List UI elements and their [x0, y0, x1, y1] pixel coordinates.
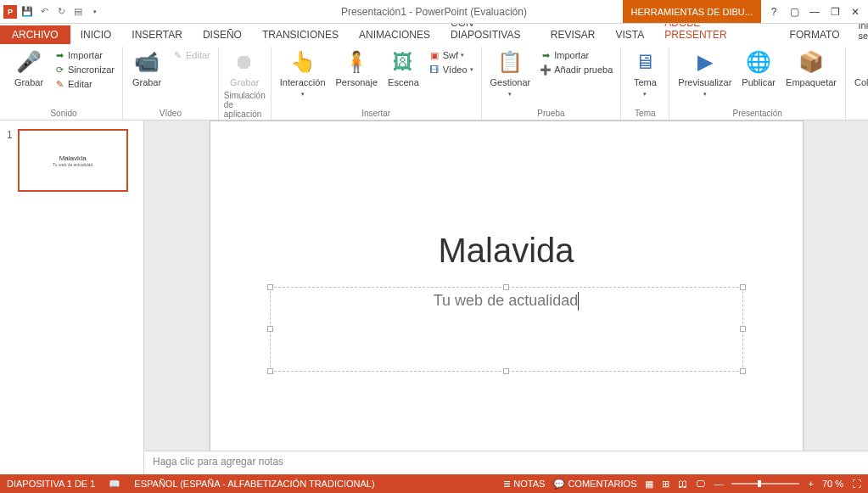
spellcheck-icon[interactable]: 📖: [109, 479, 120, 490]
slideshow-view-icon[interactable]: 🖵: [696, 479, 705, 489]
qat-customize-icon[interactable]: ▾: [88, 5, 102, 19]
language-indicator[interactable]: ESPAÑOL (ESPAÑA - ALFABETIZACIÓN TRADICI…: [134, 479, 374, 489]
scene-button[interactable]: 🖼 Escena: [384, 47, 423, 89]
slide-canvas-area: Malavida Tu web de actualidad Haga clic …: [144, 120, 868, 474]
collaboration-button[interactable]: 👥 Colaboración▾: [851, 47, 868, 99]
tab-animaciones[interactable]: ANIMACIONES: [349, 25, 440, 44]
slide[interactable]: Malavida Tu web de actualidad: [210, 120, 804, 451]
scene-icon: 🖼: [389, 48, 417, 76]
resize-handle-mr[interactable]: [740, 326, 746, 332]
zoom-slider-thumb[interactable]: [758, 480, 761, 487]
camera-icon: 📹: [133, 48, 160, 76]
group-sonido: 🎤 Grabar ➡Importar ⟳Sincronizar ✎Editar …: [5, 47, 123, 120]
save-icon[interactable]: 💾: [20, 5, 34, 19]
tab-formato[interactable]: FORMATO: [780, 25, 850, 44]
pencil-icon: ✎: [53, 78, 65, 90]
tab-vista[interactable]: VISTA: [605, 25, 654, 44]
tab-inicio[interactable]: INICIO: [70, 25, 122, 44]
resize-handle-tl[interactable]: [267, 284, 273, 290]
reading-view-icon[interactable]: 🕮: [678, 479, 687, 489]
slide-thumbnail-1[interactable]: 1 Malavida Tu web de actualidad: [7, 129, 137, 192]
resize-handle-tr[interactable]: [740, 284, 746, 290]
ribbon-display-icon[interactable]: ▢: [788, 6, 800, 18]
redo-icon[interactable]: ↻: [54, 5, 68, 19]
powerpoint-app-icon[interactable]: P: [3, 5, 17, 19]
insert-video-button[interactable]: 🎞Vídeo ▾: [426, 63, 476, 76]
person-icon: 🧍: [343, 48, 370, 76]
main-area: 1 Malavida Tu web de actualidad Malavida…: [0, 120, 868, 474]
record-sim-button[interactable]: ⏺ Grabar: [226, 47, 263, 89]
record-video-button[interactable]: 📹 Grabar: [128, 47, 165, 89]
tab-diseno[interactable]: DISEÑO: [193, 25, 252, 44]
edit-audio-button[interactable]: ✎Editar: [51, 77, 117, 91]
import-quiz-button[interactable]: ➡Importar: [537, 48, 615, 62]
slide-thumbnails-panel[interactable]: 1 Malavida Tu web de actualidad: [0, 120, 144, 474]
record-audio-button[interactable]: 🎤 Grabar: [10, 47, 48, 89]
subtitle-text[interactable]: Tu web de actualidad: [271, 288, 742, 311]
sync-audio-button[interactable]: ⟳Sincronizar: [51, 63, 117, 76]
theme-button[interactable]: 🖥 Tema▾: [626, 47, 664, 99]
publish-button[interactable]: 🌐 Publicar: [738, 47, 779, 89]
sorter-view-icon[interactable]: ⊞: [662, 479, 669, 490]
comments-toggle[interactable]: 💬 COMENTARIOS: [553, 479, 636, 490]
start-from-beginning-icon[interactable]: ▤: [71, 5, 85, 19]
close-icon[interactable]: ✕: [849, 6, 861, 18]
notes-toggle[interactable]: ≣ NOTAS: [503, 479, 545, 490]
edit-video-button: ✎Editar: [169, 48, 213, 62]
ribbon-tabs: ARCHIVO INICIO INSERTAR DISEÑO TRANSICIO…: [0, 24, 868, 44]
group-prueba: 📋 Gestionar▾ ➡Importar ➕Añadir prueba Pr…: [482, 47, 622, 120]
add-quiz-button[interactable]: ➕Añadir prueba: [537, 63, 615, 76]
quick-access-toolbar: P 💾 ↶ ↻ ▤ ▾: [0, 5, 105, 19]
group-tema: 🖥 Tema▾ Tema: [621, 47, 669, 120]
zoom-level[interactable]: 70 %: [822, 479, 843, 489]
insert-swf-button[interactable]: ▣Swf ▾: [426, 48, 476, 62]
subtitle-placeholder[interactable]: Tu web de actualidad: [270, 287, 743, 372]
status-bar: DIAPOSITIVA 1 DE 1 📖 ESPAÑOL (ESPAÑA - A…: [0, 474, 868, 493]
import-audio-button[interactable]: ➡Importar: [51, 48, 117, 62]
character-button[interactable]: 🧍 Personaje: [333, 47, 382, 89]
group-simulacion: ⏺ Grabar Simulación de aplicación: [219, 47, 272, 120]
resize-handle-br[interactable]: [740, 368, 746, 374]
group-datos: 👥 Colaboración▾ 🧰 Herramientas▾ Datos an…: [846, 47, 868, 120]
tab-archivo[interactable]: ARCHIVO: [0, 25, 70, 44]
interaction-button[interactable]: 👆 Interacción▾: [277, 47, 329, 99]
import-arrow-icon: ➡: [540, 49, 552, 61]
minimize-icon[interactable]: —: [809, 6, 820, 18]
slide-title-text[interactable]: Malavida: [210, 232, 803, 270]
plus-icon: ➕: [540, 64, 552, 76]
drawing-tools-context-label: HERRAMIENTAS DE DIBU...: [623, 0, 761, 23]
resize-handle-bc[interactable]: [503, 368, 509, 374]
fit-to-window-icon[interactable]: ⛶: [852, 479, 861, 489]
text-caret: [578, 292, 579, 311]
zoom-slider[interactable]: [731, 483, 799, 485]
film-icon: 🎞: [428, 64, 440, 76]
restore-icon[interactable]: ❐: [829, 6, 841, 18]
group-video: 📹 Grabar ✎Editar Vídeo: [123, 47, 219, 120]
slide-scroll[interactable]: Malavida Tu web de actualidad: [144, 120, 868, 451]
pencil-icon: ✎: [171, 49, 183, 61]
zoom-in-icon[interactable]: +: [808, 479, 813, 489]
tab-revisar[interactable]: REVISAR: [540, 25, 606, 44]
title-bar: P 💾 ↶ ↻ ▤ ▾ Presentación1 - PowerPoint (…: [0, 0, 868, 24]
preview-button[interactable]: ▶ Previsualizar▾: [675, 47, 735, 99]
resize-handle-tc[interactable]: [503, 284, 509, 290]
group-presentacion: ▶ Previsualizar▾ 🌐 Publicar 📦 Empaquetar…: [669, 47, 846, 120]
slide-indicator[interactable]: DIAPOSITIVA 1 DE 1: [7, 479, 95, 489]
manage-quiz-button[interactable]: 📋 Gestionar▾: [487, 47, 535, 99]
play-icon: ▶: [692, 48, 719, 76]
thumbnail-preview[interactable]: Malavida Tu web de actualidad: [18, 129, 128, 192]
sync-icon: ⟳: [53, 64, 65, 76]
tab-insertar[interactable]: INSERTAR: [121, 25, 193, 44]
zoom-out-icon[interactable]: —: [714, 479, 723, 489]
group-insertar: 👆 Interacción▾ 🧍 Personaje 🖼 Escena ▣Swf…: [272, 47, 482, 120]
tab-transiciones[interactable]: TRANSICIONES: [252, 25, 349, 44]
notes-pane[interactable]: Haga clic para agregar notas: [144, 451, 868, 474]
package-button[interactable]: 📦 Empaquetar: [782, 47, 840, 89]
normal-view-icon[interactable]: ▦: [645, 479, 653, 490]
undo-icon[interactable]: ↶: [37, 5, 51, 19]
theme-icon: 🖥: [631, 48, 658, 76]
microphone-icon: 🎤: [15, 48, 42, 76]
help-icon[interactable]: ?: [768, 6, 780, 18]
resize-handle-ml[interactable]: [267, 326, 273, 332]
resize-handle-bl[interactable]: [267, 368, 273, 374]
